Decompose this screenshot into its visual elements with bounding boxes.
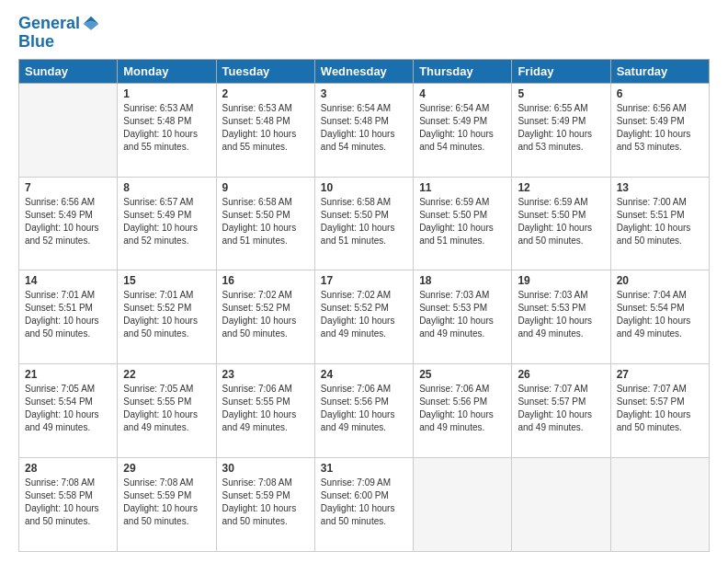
calendar-cell: 2Sunrise: 6:53 AM Sunset: 5:48 PM Daylig… [216, 83, 314, 177]
day-info: Sunrise: 7:06 AM Sunset: 5:56 PM Dayligh… [321, 383, 407, 434]
day-number: 16 [222, 274, 309, 287]
day-number: 5 [518, 87, 604, 100]
weekday-header-friday: Friday [512, 59, 610, 83]
logo-text-line2: Blue [18, 33, 100, 52]
day-number: 9 [222, 181, 309, 194]
calendar-cell: 22Sunrise: 7:05 AM Sunset: 5:55 PM Dayli… [118, 364, 216, 458]
day-number: 3 [321, 87, 407, 100]
day-number: 17 [321, 274, 407, 287]
calendar-cell: 24Sunrise: 7:06 AM Sunset: 5:56 PM Dayli… [314, 364, 413, 458]
day-info: Sunrise: 7:08 AM Sunset: 5:58 PM Dayligh… [25, 477, 111, 528]
day-number: 7 [25, 181, 111, 194]
day-info: Sunrise: 6:56 AM Sunset: 5:49 PM Dayligh… [25, 196, 111, 247]
weekday-header-thursday: Thursday [414, 59, 512, 83]
day-info: Sunrise: 7:04 AM Sunset: 5:54 PM Dayligh… [617, 289, 703, 340]
calendar-cell [19, 83, 118, 177]
calendar-cell: 7Sunrise: 6:56 AM Sunset: 5:49 PM Daylig… [19, 177, 118, 270]
day-info: Sunrise: 6:54 AM Sunset: 5:48 PM Dayligh… [321, 102, 407, 154]
calendar-cell: 30Sunrise: 7:08 AM Sunset: 5:59 PM Dayli… [216, 458, 314, 552]
day-info: Sunrise: 7:01 AM Sunset: 5:52 PM Dayligh… [123, 289, 210, 340]
weekday-header-tuesday: Tuesday [216, 59, 314, 83]
day-info: Sunrise: 7:05 AM Sunset: 5:55 PM Dayligh… [123, 383, 210, 434]
day-number: 29 [123, 462, 210, 475]
day-info: Sunrise: 7:09 AM Sunset: 6:00 PM Dayligh… [321, 477, 407, 528]
day-info: Sunrise: 7:01 AM Sunset: 5:51 PM Dayligh… [25, 289, 111, 340]
calendar-cell: 12Sunrise: 6:59 AM Sunset: 5:50 PM Dayli… [512, 177, 610, 270]
day-number: 2 [222, 87, 309, 100]
day-number: 8 [123, 181, 210, 194]
day-number: 4 [419, 87, 506, 100]
day-number: 28 [25, 462, 111, 475]
week-row-1: 1Sunrise: 6:53 AM Sunset: 5:48 PM Daylig… [19, 83, 710, 177]
calendar-cell: 4Sunrise: 6:54 AM Sunset: 5:49 PM Daylig… [414, 83, 512, 177]
weekday-header-row: SundayMondayTuesdayWednesdayThursdayFrid… [19, 59, 710, 83]
day-number: 26 [518, 368, 604, 381]
calendar-cell: 3Sunrise: 6:54 AM Sunset: 5:48 PM Daylig… [314, 83, 413, 177]
day-info: Sunrise: 6:57 AM Sunset: 5:49 PM Dayligh… [123, 196, 210, 247]
calendar-cell: 31Sunrise: 7:09 AM Sunset: 6:00 PM Dayli… [314, 458, 413, 552]
day-info: Sunrise: 7:02 AM Sunset: 5:52 PM Dayligh… [321, 289, 407, 340]
logo-text-line1: General [18, 15, 80, 33]
day-number: 1 [123, 87, 210, 100]
week-row-2: 7Sunrise: 6:56 AM Sunset: 5:49 PM Daylig… [19, 177, 710, 270]
day-number: 31 [321, 462, 407, 475]
day-number: 30 [222, 462, 309, 475]
weekday-header-monday: Monday [118, 59, 216, 83]
day-info: Sunrise: 6:59 AM Sunset: 5:50 PM Dayligh… [518, 196, 604, 247]
day-number: 18 [419, 274, 506, 287]
week-row-3: 14Sunrise: 7:01 AM Sunset: 5:51 PM Dayli… [19, 270, 710, 364]
day-number: 25 [419, 368, 506, 381]
calendar-cell: 16Sunrise: 7:02 AM Sunset: 5:52 PM Dayli… [216, 270, 314, 364]
calendar-cell: 25Sunrise: 7:06 AM Sunset: 5:56 PM Dayli… [414, 364, 512, 458]
calendar-cell: 8Sunrise: 6:57 AM Sunset: 5:49 PM Daylig… [118, 177, 216, 270]
calendar-cell: 13Sunrise: 7:00 AM Sunset: 5:51 PM Dayli… [610, 177, 709, 270]
day-info: Sunrise: 6:59 AM Sunset: 5:50 PM Dayligh… [419, 196, 506, 247]
day-number: 22 [123, 368, 210, 381]
calendar-cell: 19Sunrise: 7:03 AM Sunset: 5:53 PM Dayli… [512, 270, 610, 364]
calendar-cell: 27Sunrise: 7:07 AM Sunset: 5:57 PM Dayli… [610, 364, 709, 458]
day-info: Sunrise: 7:08 AM Sunset: 5:59 PM Dayligh… [123, 477, 210, 528]
calendar-cell: 5Sunrise: 6:55 AM Sunset: 5:49 PM Daylig… [512, 83, 610, 177]
day-info: Sunrise: 7:07 AM Sunset: 5:57 PM Dayligh… [518, 383, 604, 434]
day-number: 13 [617, 181, 703, 194]
week-row-5: 28Sunrise: 7:08 AM Sunset: 5:58 PM Dayli… [19, 458, 710, 552]
weekday-header-wednesday: Wednesday [314, 59, 413, 83]
week-row-4: 21Sunrise: 7:05 AM Sunset: 5:54 PM Dayli… [19, 364, 710, 458]
day-info: Sunrise: 7:07 AM Sunset: 5:57 PM Dayligh… [617, 383, 703, 434]
calendar-cell: 23Sunrise: 7:06 AM Sunset: 5:55 PM Dayli… [216, 364, 314, 458]
day-info: Sunrise: 6:53 AM Sunset: 5:48 PM Dayligh… [123, 102, 210, 154]
weekday-header-sunday: Sunday [19, 59, 118, 83]
calendar-cell: 6Sunrise: 6:56 AM Sunset: 5:49 PM Daylig… [610, 83, 709, 177]
day-number: 23 [222, 368, 309, 381]
day-info: Sunrise: 6:58 AM Sunset: 5:50 PM Dayligh… [222, 196, 309, 247]
day-info: Sunrise: 6:54 AM Sunset: 5:49 PM Dayligh… [419, 102, 506, 154]
calendar-cell: 1Sunrise: 6:53 AM Sunset: 5:48 PM Daylig… [118, 83, 216, 177]
day-number: 19 [518, 274, 604, 287]
calendar-table: SundayMondayTuesdayWednesdayThursdayFrid… [18, 59, 710, 552]
day-info: Sunrise: 7:06 AM Sunset: 5:55 PM Dayligh… [222, 383, 309, 434]
day-number: 24 [321, 368, 407, 381]
calendar-cell: 11Sunrise: 6:59 AM Sunset: 5:50 PM Dayli… [414, 177, 512, 270]
calendar-cell [414, 458, 512, 552]
calendar-cell: 28Sunrise: 7:08 AM Sunset: 5:58 PM Dayli… [19, 458, 118, 552]
day-number: 12 [518, 181, 604, 194]
day-info: Sunrise: 7:03 AM Sunset: 5:53 PM Dayligh… [419, 289, 506, 340]
weekday-header-saturday: Saturday [610, 59, 709, 83]
day-info: Sunrise: 6:55 AM Sunset: 5:49 PM Dayligh… [518, 102, 604, 154]
calendar-cell: 21Sunrise: 7:05 AM Sunset: 5:54 PM Dayli… [19, 364, 118, 458]
page: General Blue SundayMondayTuesdayWednesda… [0, 0, 728, 563]
calendar-cell: 20Sunrise: 7:04 AM Sunset: 5:54 PM Dayli… [610, 270, 709, 364]
calendar-cell: 26Sunrise: 7:07 AM Sunset: 5:57 PM Dayli… [512, 364, 610, 458]
day-info: Sunrise: 7:05 AM Sunset: 5:54 PM Dayligh… [25, 383, 111, 434]
day-number: 11 [419, 181, 506, 194]
calendar-cell: 17Sunrise: 7:02 AM Sunset: 5:52 PM Dayli… [314, 270, 413, 364]
day-number: 20 [617, 274, 703, 287]
day-info: Sunrise: 7:08 AM Sunset: 5:59 PM Dayligh… [222, 477, 309, 528]
day-info: Sunrise: 7:00 AM Sunset: 5:51 PM Dayligh… [617, 196, 703, 247]
calendar-cell: 9Sunrise: 6:58 AM Sunset: 5:50 PM Daylig… [216, 177, 314, 270]
calendar-cell: 15Sunrise: 7:01 AM Sunset: 5:52 PM Dayli… [118, 270, 216, 364]
calendar-cell: 18Sunrise: 7:03 AM Sunset: 5:53 PM Dayli… [414, 270, 512, 364]
day-info: Sunrise: 6:56 AM Sunset: 5:49 PM Dayligh… [617, 102, 703, 154]
day-info: Sunrise: 7:02 AM Sunset: 5:52 PM Dayligh… [222, 289, 309, 340]
day-number: 15 [123, 274, 210, 287]
